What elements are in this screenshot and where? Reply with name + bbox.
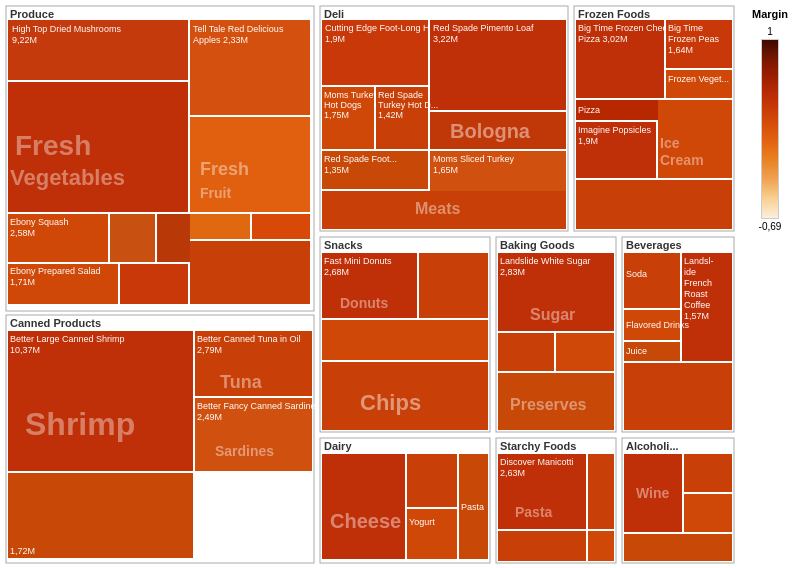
cell-text: Moms Turkey: [324, 90, 379, 100]
cell-text: Yogurt: [409, 517, 435, 527]
cell-text: 9,22M: [12, 35, 37, 45]
cell-text: Flavored Drinks: [626, 320, 690, 330]
cell-text: Tell Tale Red Delicious: [193, 24, 284, 34]
fruit-label: Fruit: [200, 185, 231, 201]
cell-text: 1,75M: [324, 110, 349, 120]
cell: [576, 180, 732, 229]
cell-text: Better Fancy Canned Sardines: [197, 401, 321, 411]
cell: [110, 214, 155, 262]
cell-text: Red Spade Pimento Loaf: [433, 23, 534, 33]
cell: [8, 473, 193, 558]
cell: [624, 253, 680, 308]
cell-text: Juice: [626, 346, 647, 356]
cell-text: Moms Sliced Turkey: [433, 154, 515, 164]
cell: [190, 214, 250, 239]
cell: [588, 454, 614, 529]
bologna-label: Bologna: [450, 120, 531, 142]
cell-text: Pizza: [578, 105, 600, 115]
cream-label: Cream: [660, 152, 704, 168]
legend: Margin 1 -0,69: [740, 0, 800, 568]
cell-text: 1,9M: [578, 136, 598, 146]
cell-text: Turkey Hot D...: [378, 100, 438, 110]
cell: [419, 253, 488, 318]
cell-text: 2,63M: [500, 468, 525, 478]
cell-text: Fast Mini Donuts: [324, 256, 392, 266]
cell: [684, 454, 732, 492]
shrimp-label: Shrimp: [25, 406, 135, 442]
cell-text: 2,68M: [324, 267, 349, 277]
cell-text: 2,58M: [10, 228, 35, 238]
cell-text: Soda: [626, 269, 647, 279]
cell-text: 1,71M: [10, 277, 35, 287]
cell: [498, 531, 586, 561]
canned-label: Canned Products: [10, 317, 101, 329]
cell-text: Ebony Prepared Salad: [10, 266, 101, 276]
donuts-label: Donuts: [340, 295, 388, 311]
cell: [407, 454, 457, 507]
treemap-svg: Produce High Top Dried Mushrooms 9,22M T…: [0, 0, 740, 568]
sardines-label: Sardines: [215, 443, 274, 459]
cell: [322, 320, 488, 360]
legend-min: -0,69: [759, 221, 782, 232]
baking-label: Baking Goods: [500, 239, 575, 251]
cell-text: 1,65M: [433, 165, 458, 175]
frozen-label: Frozen Foods: [578, 8, 650, 20]
cell-text: Better Canned Tuna in Oil: [197, 334, 301, 344]
cell-text: 2,83M: [500, 267, 525, 277]
starchy-label: Starchy Foods: [500, 440, 576, 452]
cell-text: Frozen Veget...: [668, 74, 729, 84]
cell-text: Red Spade: [378, 90, 423, 100]
cell: [684, 494, 732, 532]
ice-cream-label: Ice: [660, 135, 680, 151]
cell: [190, 241, 310, 304]
treemap-chart: Produce High Top Dried Mushrooms 9,22M T…: [0, 0, 800, 568]
cell-text: Hot Dogs: [324, 100, 362, 110]
cell: [624, 363, 732, 430]
cell-text: ide: [684, 267, 696, 277]
cell-text: 2,49M: [197, 412, 222, 422]
cell-text: Red Spade Foot...: [324, 154, 397, 164]
cell-text: 2,79M: [197, 345, 222, 355]
cell-text: 3,22M: [433, 34, 458, 44]
cell: [322, 454, 405, 559]
cell-text: Landsl-: [684, 256, 714, 266]
alcoholic-label: Alcoholi...: [626, 440, 679, 452]
cell-text: 1,64M: [668, 45, 693, 55]
cell-text: Pasta: [461, 502, 484, 512]
cheese-label: Cheese: [330, 510, 401, 532]
cell-text: Big Time: [668, 23, 703, 33]
cell: [588, 531, 614, 561]
cell-text: 1,9M: [325, 34, 345, 44]
legend-gradient: [761, 39, 779, 219]
deli-label: Deli: [324, 8, 344, 20]
cell-text: Apples 2,33M: [193, 35, 248, 45]
cell-text: Roast: [684, 289, 708, 299]
cell-text: Ebony Squash: [10, 217, 69, 227]
cell-text: 1,35M: [324, 165, 349, 175]
cell-text: Discover Manicotti: [500, 457, 574, 467]
dairy-label: Dairy: [324, 440, 352, 452]
fresh-label: Fresh: [15, 130, 91, 161]
beverages-label: Beverages: [626, 239, 682, 251]
cell: [498, 333, 554, 371]
tuna-label: Tuna: [220, 372, 263, 392]
legend-title: Margin: [752, 8, 788, 20]
cell-text: Coffee: [684, 300, 710, 310]
legend-max: 1: [767, 26, 773, 37]
cell: [252, 214, 310, 239]
cell-text: 1,42M: [378, 110, 403, 120]
cell-text: French: [684, 278, 712, 288]
produce-label: Produce: [10, 8, 54, 20]
cell-text: Better Large Canned Shrimp: [10, 334, 125, 344]
cell-text: 1,72M: [10, 546, 35, 556]
cell: [556, 333, 614, 371]
snacks-label: Snacks: [324, 239, 363, 251]
cell-text: Frozen Peas: [668, 34, 720, 44]
cell-text: High Top Dried Mushrooms: [12, 24, 121, 34]
cell-text: Big Time Frozen Cheese: [578, 23, 677, 33]
vegetables-label: Vegetables: [10, 165, 125, 190]
preserves-label: Preserves: [510, 396, 587, 413]
cell-text: Pizza 3,02M: [578, 34, 628, 44]
cell: [157, 214, 190, 262]
cell-text: 10,37M: [10, 345, 40, 355]
